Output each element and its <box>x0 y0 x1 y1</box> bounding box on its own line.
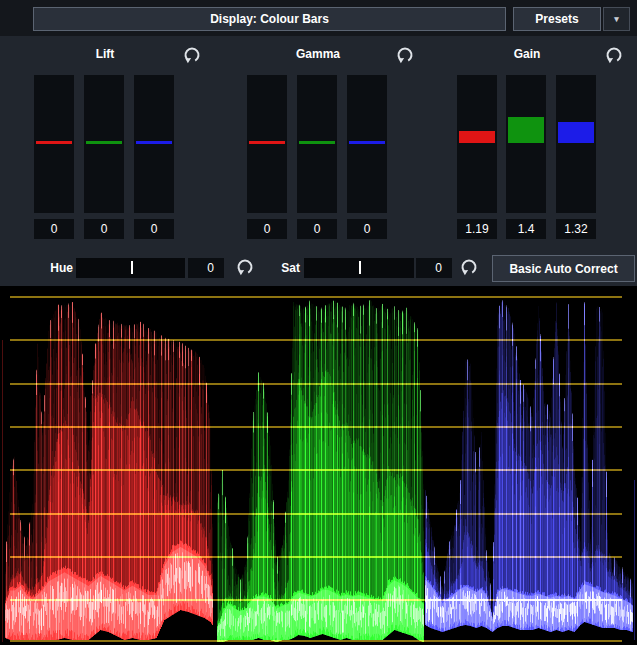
section-label-gain: Gain <box>514 47 541 61</box>
lift-green-value[interactable]: 0 <box>84 219 124 239</box>
basic-auto-correct-button[interactable]: Basic Auto Correct <box>492 255 635 282</box>
sat-reset-button[interactable] <box>460 258 478 276</box>
lift-green-slider[interactable] <box>84 75 124 213</box>
lift-blue-slider[interactable] <box>134 75 174 213</box>
slider-handle[interactable] <box>36 141 72 144</box>
section-label-lift: Lift <box>96 47 115 61</box>
slider-handle[interactable] <box>86 141 122 144</box>
gamma-blue-slider[interactable] <box>347 75 387 213</box>
reset-icon <box>396 46 414 64</box>
gamma-blue-value[interactable]: 0 <box>347 219 387 239</box>
reset-icon <box>236 258 254 276</box>
reset-lift-button[interactable] <box>183 46 201 64</box>
colour-correction-panel: Display: Colour Bars Presets ▾ Lift Gamm… <box>0 0 637 645</box>
slider-handle[interactable] <box>558 122 594 143</box>
presets-dropdown-button[interactable]: ▾ <box>603 7 630 31</box>
slider-handle[interactable] <box>459 131 495 143</box>
presets-button[interactable]: Presets <box>513 7 601 31</box>
hue-slider-tick <box>131 261 133 274</box>
sat-value[interactable]: 0 <box>416 258 452 278</box>
slider-handle[interactable] <box>136 141 172 144</box>
gain-green-value[interactable]: 1.4 <box>506 219 546 239</box>
gamma-red-value[interactable]: 0 <box>247 219 287 239</box>
lift-red-slider[interactable] <box>34 75 74 213</box>
slider-handle[interactable] <box>508 117 544 143</box>
lift-blue-value[interactable]: 0 <box>134 219 174 239</box>
section-label-gamma: Gamma <box>296 47 340 61</box>
gain-blue-value[interactable]: 1.32 <box>556 219 596 239</box>
reset-icon <box>460 258 478 276</box>
hue-label: Hue <box>38 261 73 275</box>
gain-red-slider[interactable] <box>457 75 497 213</box>
reset-gain-button[interactable] <box>605 46 623 64</box>
slider-handle[interactable] <box>349 141 385 144</box>
gamma-green-slider[interactable] <box>297 75 337 213</box>
sat-slider[interactable] <box>304 258 414 278</box>
lift-red-value[interactable]: 0 <box>34 219 74 239</box>
waveform-scope <box>0 286 637 645</box>
gamma-green-value[interactable]: 0 <box>297 219 337 239</box>
sat-slider-tick <box>359 261 361 274</box>
hue-value[interactable]: 0 <box>188 258 224 278</box>
gamma-red-slider[interactable] <box>247 75 287 213</box>
gain-red-value[interactable]: 1.19 <box>457 219 497 239</box>
sat-label: Sat <box>265 261 300 275</box>
hue-reset-button[interactable] <box>236 258 254 276</box>
chevron-down-icon: ▾ <box>614 14 619 24</box>
hue-slider[interactable] <box>76 258 185 278</box>
reset-icon <box>605 46 623 64</box>
reset-gamma-button[interactable] <box>396 46 414 64</box>
slider-handle[interactable] <box>249 141 285 144</box>
slider-handle[interactable] <box>299 141 335 144</box>
reset-icon <box>183 46 201 64</box>
gain-blue-slider[interactable] <box>556 75 596 213</box>
display-mode-button[interactable]: Display: Colour Bars <box>33 7 506 31</box>
gain-green-slider[interactable] <box>506 75 546 213</box>
